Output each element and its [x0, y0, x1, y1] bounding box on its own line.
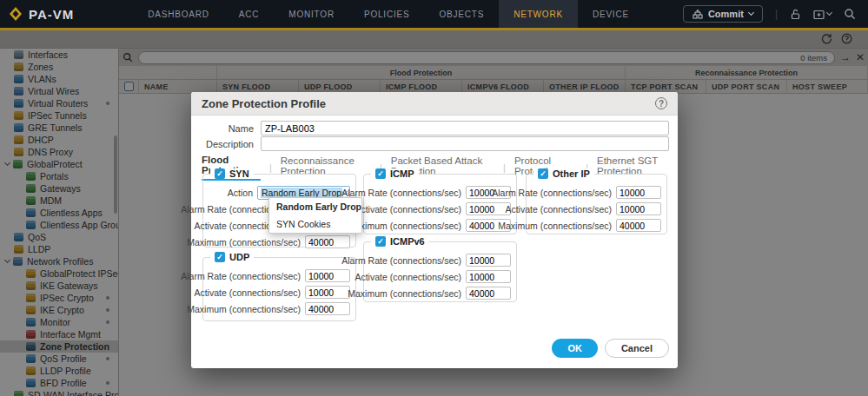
udp-activate-row: Activate (connections/sec) — [203, 286, 350, 299]
udp-activate-input[interactable] — [305, 286, 350, 299]
icmp-activate-input[interactable] — [466, 202, 511, 215]
other-ip-legend: ✓Other IP — [533, 168, 594, 179]
nav-tab-policies[interactable]: POLICIES — [349, 0, 425, 28]
other-ip-maximum-label: Maximum (connections/sec) — [498, 221, 616, 231]
udp-checkbox[interactable]: ✓ — [215, 252, 225, 262]
dialog-header: Zone Protection Profile ? — [191, 92, 678, 116]
udp-maximum-label: Maximum (connections/sec) — [187, 304, 305, 314]
syn-maximum-row: Maximum (connections/sec) — [203, 235, 350, 248]
brand-name: PA-VM — [29, 7, 74, 22]
other-ip-maximum-row: Maximum (connections/sec) — [527, 219, 661, 232]
icmpv6-label: ICMPv6 — [390, 236, 425, 247]
nav-tab-monitor[interactable]: MONITOR — [274, 0, 349, 28]
other-ip-alarm-rate-input[interactable] — [616, 186, 661, 199]
icmpv6-activate-input[interactable] — [466, 270, 511, 283]
icmp-alarm-rate-row: Alarm Rate (connections/sec) — [364, 186, 511, 199]
pa-vm-app: PA-VM DASHBOARDACCMONITORPOLICIESOBJECTS… — [0, 0, 868, 396]
commit-button[interactable]: Commit — [683, 5, 763, 23]
icmp-checkbox[interactable]: ✓ — [375, 168, 386, 179]
action-selected-value: Random Early Drop — [261, 188, 342, 198]
commit-icon — [692, 10, 703, 19]
icmp-label: ICMP — [390, 168, 414, 179]
icmpv6-maximum-input[interactable] — [466, 287, 511, 300]
commit-label: Commit — [708, 9, 744, 19]
chevron-down-icon — [826, 10, 832, 16]
syn-maximum-label: Maximum (connections/sec) — [187, 237, 305, 248]
syn-legend: ✓SYN — [210, 168, 254, 179]
icmp-maximum-label: Maximum (connections/sec) — [348, 221, 466, 231]
syn-label: SYN — [229, 168, 249, 179]
udp-alarm-rate-input[interactable] — [305, 269, 350, 282]
cancel-button[interactable]: Cancel — [605, 339, 669, 358]
tab-separator: | — [269, 162, 272, 173]
help-icon[interactable]: ? — [655, 97, 667, 109]
udp-rows: Alarm Rate (connections/sec)Activate (co… — [203, 258, 355, 315]
nav-tab-device[interactable]: DEVICE — [578, 0, 644, 28]
other-ip-alarm-rate-label: Alarm Rate (connections/sec) — [492, 188, 616, 198]
icmp-maximum-row: Maximum (connections/sec) — [364, 219, 511, 232]
icmp-alarm-rate-label: Alarm Rate (connections/sec) — [341, 188, 466, 198]
description-input[interactable] — [261, 136, 669, 151]
udp-maximum-input[interactable] — [305, 302, 350, 315]
export-config-icon[interactable] — [813, 9, 832, 20]
other-ip-rows: Alarm Rate (connections/sec)Activate (co… — [527, 175, 666, 232]
udp-maximum-row: Maximum (connections/sec) — [203, 302, 350, 315]
icmpv6-legend: ✓ICMPv6 — [371, 236, 429, 247]
dialog-title: Zone Protection Profile — [202, 97, 326, 110]
tab-separator: | — [503, 162, 506, 173]
brand-logo: PA-VM — [9, 7, 74, 22]
other-ip-activate-row: Activate (connections/sec) — [527, 202, 661, 215]
udp-label: UDP — [229, 252, 249, 262]
icmp-activate-label: Activate (connections/sec) — [354, 204, 466, 214]
unlock-icon[interactable] — [790, 9, 801, 20]
icmpv6-group: ✓ICMPv6Alarm Rate (connections/sec)Activ… — [363, 241, 517, 302]
udp-alarm-rate-label: Alarm Rate (connections/sec) — [181, 271, 305, 281]
icmpv6-maximum-row: Maximum (connections/sec) — [364, 287, 511, 300]
description-label: Description — [202, 139, 261, 149]
icmpv6-checkbox[interactable]: ✓ — [375, 236, 386, 247]
other-ip-maximum-input[interactable] — [616, 219, 661, 232]
icmpv6-alarm-rate-row: Alarm Rate (connections/sec) — [364, 254, 511, 267]
nav-tab-objects[interactable]: OBJECTS — [424, 0, 499, 28]
udp-alarm-rate-row: Alarm Rate (connections/sec) — [203, 269, 350, 282]
action-dropdown-popup: Random Early DropSYN Cookies — [268, 197, 362, 234]
icmpv6-activate-label: Activate (connections/sec) — [354, 272, 466, 282]
icmpv6-alarm-rate-input[interactable] — [466, 254, 511, 267]
dialog-buttons: OK Cancel — [552, 339, 669, 358]
nav-right-tools: Commit | — [683, 5, 856, 23]
syn-checkbox[interactable]: ✓ — [215, 168, 225, 179]
icmpv6-alarm-rate-label: Alarm Rate (connections/sec) — [341, 255, 466, 266]
nav-tab-network[interactable]: NETWORK — [499, 0, 578, 28]
dropdown-option-syn-cookies[interactable]: SYN Cookies — [269, 215, 361, 233]
icmpv6-rows: Alarm Rate (connections/sec)Activate (co… — [364, 242, 516, 300]
nav-tab-dashboard[interactable]: DASHBOARD — [133, 0, 224, 28]
syn-maximum-input[interactable] — [305, 235, 350, 248]
other-ip-activate-input[interactable] — [616, 202, 661, 215]
name-input[interactable] — [261, 121, 669, 135]
ok-button[interactable]: OK — [552, 339, 598, 358]
udp-activate-label: Activate (connections/sec) — [194, 287, 305, 298]
icmp-legend: ✓ICMP — [371, 168, 419, 179]
icmp-rows: Alarm Rate (connections/sec)Activate (co… — [364, 175, 516, 232]
top-nav-bar: PA-VM DASHBOARDACCMONITORPOLICIESOBJECTS… — [0, 0, 868, 30]
chevron-down-icon — [748, 10, 754, 16]
nav-divider: | — [775, 8, 778, 20]
other-ip-group: ✓Other IPAlarm Rate (connections/sec)Act… — [526, 174, 667, 234]
nav-tab-acc[interactable]: ACC — [224, 0, 275, 28]
pan-logo-icon — [9, 7, 23, 21]
other-ip-label: Other IP — [553, 168, 590, 179]
icmpv6-maximum-label: Maximum (connections/sec) — [348, 288, 466, 299]
other-ip-activate-label: Activate (connections/sec) — [505, 204, 616, 214]
main-nav-tabs: DASHBOARDACCMONITORPOLICIESOBJECTSNETWOR… — [133, 0, 644, 28]
action-label: Action — [228, 188, 257, 198]
dropdown-option-random-early-drop[interactable]: Random Early Drop — [269, 198, 361, 215]
icmpv6-activate-row: Activate (connections/sec) — [364, 270, 511, 283]
other-ip-checkbox[interactable]: ✓ — [538, 168, 548, 179]
icmp-group: ✓ICMPAlarm Rate (connections/sec)Activat… — [363, 174, 517, 234]
udp-legend: ✓UDP — [210, 252, 254, 262]
search-icon[interactable] — [844, 8, 856, 20]
zone-protection-profile-dialog: Zone Protection Profile ? Name Descripti… — [191, 92, 678, 368]
other-ip-alarm-rate-row: Alarm Rate (connections/sec) — [527, 186, 661, 199]
icmp-activate-row: Activate (connections/sec) — [364, 202, 511, 215]
name-label: Name — [202, 123, 261, 134]
